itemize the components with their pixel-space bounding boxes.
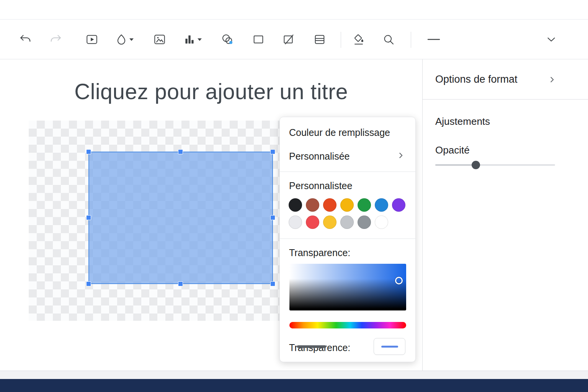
insert-image-button[interactable]: [151, 31, 168, 48]
zoom-button[interactable]: [380, 31, 397, 48]
dropdown-caret-icon: [129, 38, 134, 41]
toolbar-more-button[interactable]: [543, 31, 560, 48]
slide-title-placeholder[interactable]: Cliquez pour ajouter un titre: [0, 75, 422, 108]
table-icon: [313, 33, 326, 46]
footer-strip: [0, 371, 588, 379]
app-root: Cliquez pour ajouter un titre Options de…: [0, 0, 588, 392]
resize-handle-bottom-right[interactable]: [271, 282, 275, 286]
toolbar-separator: [341, 32, 341, 48]
chevron-right-icon[interactable]: [396, 151, 405, 160]
blue-line-swatch: [381, 346, 398, 348]
line-style-button[interactable]: [374, 338, 405, 355]
custom-section-label: Personnalistee: [289, 180, 352, 191]
format-options-panel: Options de format Ajustements Opacité: [422, 59, 588, 371]
resize-handle-middle-right[interactable]: [271, 216, 275, 220]
adjustments-section-title: Ajustements: [435, 116, 588, 127]
rectangle-tool-button[interactable]: [250, 31, 267, 48]
present-button[interactable]: [83, 31, 100, 48]
gradient-selector-ring[interactable]: [395, 277, 403, 284]
popup-divider: [280, 172, 415, 172]
opacity-label: Opacité: [435, 144, 588, 156]
color-swatch-black[interactable]: [289, 198, 302, 212]
opacity-slider-fill: [435, 164, 476, 166]
selected-rectangle-shape[interactable]: [88, 152, 273, 284]
fill-color-button[interactable]: [350, 31, 367, 48]
image-icon: [153, 33, 166, 46]
line-tool-button[interactable]: [425, 31, 443, 48]
strikethrough-artifact: [297, 345, 326, 348]
redo-icon: [49, 33, 62, 46]
transparency-checkerboard: [29, 121, 279, 321]
resize-handle-top-center[interactable]: [178, 150, 183, 154]
opacity-slider[interactable]: [435, 163, 555, 167]
color-swatch-red[interactable]: [306, 216, 319, 229]
resize-handle-middle-left[interactable]: [87, 216, 91, 220]
color-swatch-purple[interactable]: [392, 198, 405, 212]
color-swatch-light-gray[interactable]: [289, 216, 302, 229]
shapes-icon: [221, 33, 234, 46]
theme-fill-button[interactable]: [113, 31, 136, 48]
fill-color-popup: Couleur de remplissage Personnalisée Per…: [279, 117, 416, 362]
color-swatch-brown[interactable]: [306, 198, 319, 212]
theme-fill-icon: [115, 33, 128, 46]
format-options-header: Options de format: [423, 59, 588, 100]
toolbar: [0, 19, 588, 59]
chevron-down-icon: [545, 33, 558, 46]
toolbar-separator: [411, 32, 411, 48]
chevron-right-icon[interactable]: [547, 75, 557, 84]
dropdown-caret-icon: [198, 38, 202, 41]
zoom-icon: [382, 33, 395, 46]
present-icon: [85, 33, 98, 46]
insert-table-button[interactable]: [311, 31, 328, 48]
color-swatch-dark-gray[interactable]: [358, 216, 371, 229]
popup-divider: [280, 238, 415, 239]
color-swatch-blue[interactable]: [375, 198, 388, 212]
transparency-label: Transparence:: [289, 247, 350, 258]
insert-chart-button[interactable]: [181, 31, 204, 48]
resize-handle-top-left[interactable]: [87, 150, 91, 154]
color-swatch-yellow[interactable]: [340, 198, 354, 212]
resize-handle-bottom-center[interactable]: [178, 282, 183, 286]
bottom-taskbar: [0, 379, 588, 392]
opacity-slider-thumb[interactable]: [472, 161, 480, 169]
undo-button[interactable]: [17, 31, 34, 48]
color-swatch-green[interactable]: [358, 198, 371, 212]
custom-color-row-1: [289, 198, 405, 212]
color-gradient-picker[interactable]: [289, 264, 406, 310]
undo-icon: [19, 33, 32, 46]
rectangle-icon: [252, 33, 265, 46]
fill-color-popup-title: Couleur de remplissage: [289, 127, 390, 138]
color-swatch-white[interactable]: [375, 216, 388, 229]
custom-color-row-2: [289, 216, 388, 229]
chart-icon: [183, 33, 196, 46]
fill-bucket-icon: [352, 33, 365, 46]
redo-button[interactable]: [47, 31, 64, 48]
color-swatch-gray[interactable]: [340, 216, 354, 229]
resize-handle-top-right[interactable]: [271, 150, 275, 154]
color-swatch-orange-red[interactable]: [323, 198, 336, 212]
resize-handle-bottom-left[interactable]: [87, 282, 91, 286]
custom-color-menu-item[interactable]: Personnalisée: [289, 151, 350, 162]
insert-shape-button[interactable]: [219, 31, 236, 48]
line-dash-icon: [426, 35, 441, 44]
hue-slider[interactable]: [289, 322, 406, 328]
no-border-button[interactable]: [280, 31, 297, 48]
color-swatch-gold[interactable]: [323, 216, 336, 229]
format-options-title: Options de format: [435, 74, 518, 85]
no-border-icon: [282, 33, 295, 46]
